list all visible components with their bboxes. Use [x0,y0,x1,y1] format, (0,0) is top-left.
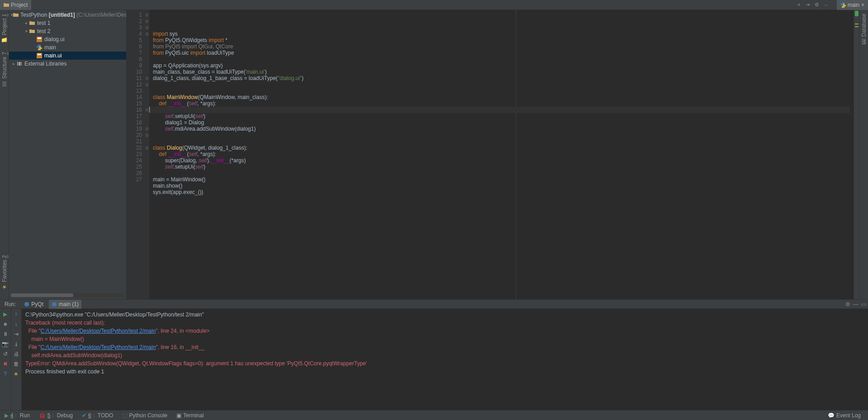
pause-output-button[interactable]: ⏸ [2,330,9,338]
vtab-structure[interactable]: ☰Structure7 [1,50,8,89]
editor: 1234567891011121314151617181920212223242… [127,10,859,299]
error-stripe[interactable] [854,10,859,299]
run-label: Run: [2,301,19,307]
status-python-console[interactable]: ⬚Python Console [118,412,172,419]
target-icon[interactable]: ⌖ [796,2,802,8]
svg-rect-1 [38,38,41,39]
tree-item[interactable]: dialog.ui [9,35,126,43]
project-scrollbar[interactable] [11,293,124,297]
tree-item[interactable]: main [9,43,126,52]
stop-button[interactable]: ■ [2,321,9,328]
vtab-favorites[interactable]: ★Favorites2 [1,253,8,292]
tree-root[interactable]: ▾ TestPython [untitled1] (C:\Users\Melle… [9,11,126,19]
run-config-tab-main[interactable]: main (1) [49,300,81,309]
status-todo[interactable]: ✔6: TODO [77,412,118,419]
status-terminal[interactable]: ▣Terminal [172,412,208,419]
tree-item-label: test 2 [37,28,50,34]
tree-item[interactable]: main.ui [9,52,126,60]
python-file-icon [52,302,57,307]
right-margin-line [516,10,516,299]
project-icon [4,2,9,8]
project-toolwindow: ▾ TestPython [untitled1] (C:\Users\Melle… [9,10,127,299]
tree-item-label: test 1 [37,20,50,26]
up-stacktrace-button[interactable]: ↑ [13,311,20,318]
python-file-icon [24,302,29,307]
analysis-ok-mark [855,11,859,16]
tool-tab-project[interactable]: Project [0,0,31,10]
help-button[interactable]: ? [2,370,9,378]
console-line: Process finished with exit code 1 [25,368,864,376]
ui-file-icon [36,36,43,42]
warning-mark[interactable] [855,24,859,24]
run-side-toolbar-2: ↑ ↓ ⇥ ⤓ 🖨 🗑 ★ [11,309,22,410]
vtab-project[interactable]: 📁Project1 [1,12,8,46]
right-toolwindow-stripe: 🗄Database [859,10,868,299]
python-file-icon [36,44,43,51]
tree-item-label: main.ui [44,52,62,59]
folder-icon [13,12,19,18]
pin-tab-button[interactable]: ★ [13,370,20,378]
editor-tab-main[interactable]: main × [837,0,868,10]
console-line: C:\Python34\python.exe "C:/Users/Meller/… [25,311,864,319]
tree-item[interactable]: ▸test 1 [9,19,126,27]
left-toolwindow-stripe: 📁Project1 ☰Structure7 ★Favorites2 [0,10,9,299]
status-bar: ▶4: Run 🐞5: Debug ✔6: TODO ⬚Python Conso… [0,410,868,420]
console-line: self.mdiArea.addSubWindow(dialog1) [25,351,864,359]
svg-rect-4 [17,62,19,66]
svg-rect-0 [37,37,42,42]
collapse-tool-icon[interactable]: ⇥ [805,2,811,8]
dump-threads-button[interactable]: 📷 [2,340,9,348]
run-tabs: Run: PyQt main (1) ⚙ — ▭ [0,300,868,309]
warning-mark[interactable] [855,26,859,27]
svg-rect-3 [38,54,41,55]
editor-body[interactable]: 1234567891011121314151617181920212223242… [127,10,859,299]
tree-external-libraries[interactable]: ▸ External Libraries [9,60,126,68]
gear-icon[interactable]: ⚙ [845,301,850,307]
status-event-log[interactable]: 💬Event Log [823,412,865,419]
clear-all-button[interactable]: 🗑 [13,360,20,368]
svg-point-8 [52,302,57,307]
status-debug[interactable]: 🐞5: Debug [34,412,77,419]
run-console[interactable]: C:\Python34\python.exe "C:/Users/Meller/… [22,309,868,410]
svg-point-7 [24,302,29,307]
close-tab-button[interactable]: ✖ [2,360,9,368]
down-stacktrace-button[interactable]: ↓ [13,321,20,328]
console-line: File "C:/Users/Meller/Desktop/TestPython… [25,327,864,335]
ui-file-icon [36,52,43,59]
svg-rect-5 [19,62,20,66]
traceback-link[interactable]: C:/Users/Meller/Desktop/TestPython/test … [41,328,156,334]
console-line: main = MainWindow() [25,335,864,343]
vtab-database[interactable]: 🗄Database [861,12,867,46]
rerun-button[interactable]: ▶ [2,311,9,318]
line-numbers: 1234567891011121314151617181920212223242… [127,10,145,299]
hide-toolwindow-icon[interactable]: ▭ [861,301,866,307]
status-run[interactable]: ▶4: Run [0,412,34,419]
run-side-toolbar: ▶ ■ ⏸ 📷 ↺ ✖ ? [0,309,11,410]
scroll-to-end-button[interactable]: ⤓ [13,340,20,348]
hide-tool-icon[interactable]: → [823,2,829,8]
run-toolwindow: Run: PyQt main (1) ⚙ — ▭ ▶ ■ ⏸ 📷 ↺ ✖ ? ↑… [0,299,868,410]
console-line: Traceback (most recent call last): [25,319,864,327]
folder-icon [29,20,35,26]
python-file-icon [840,2,846,8]
library-icon [16,61,23,67]
project-tree[interactable]: ▾ TestPython [untitled1] (C:\Users\Melle… [9,10,126,69]
console-line: TypeError: QMdiArea.addSubWindow(QWidget… [25,359,864,368]
tree-item-label: dialog.ui [44,36,65,42]
close-icon[interactable]: × [861,2,864,8]
folder-icon [29,28,35,34]
run-config-tab-pyqt[interactable]: PyQt [21,300,46,309]
editor-tab-label: main [848,2,859,8]
tree-item[interactable]: ▾test 2 [9,27,126,35]
gear-icon[interactable]: ⚙ [814,2,820,8]
fold-bar[interactable]: ⊟⊟⊟⊟⊟⊟⊟⊟⊟⊟ [145,10,149,299]
svg-rect-6 [21,62,22,66]
tab-label: Project [11,2,28,8]
code-area[interactable]: import sysfrom PyQt5.QtWidgets import *f… [149,10,854,299]
svg-rect-2 [37,53,42,58]
restore-layout-button[interactable]: ↺ [2,350,9,358]
minimize-toolwindow-icon[interactable]: — [853,301,859,307]
print-button[interactable]: 🖨 [13,350,20,358]
traceback-link[interactable]: C:/Users/Meller/Desktop/TestPython/test … [41,344,156,350]
soft-wrap-button[interactable]: ⇥ [13,330,20,338]
